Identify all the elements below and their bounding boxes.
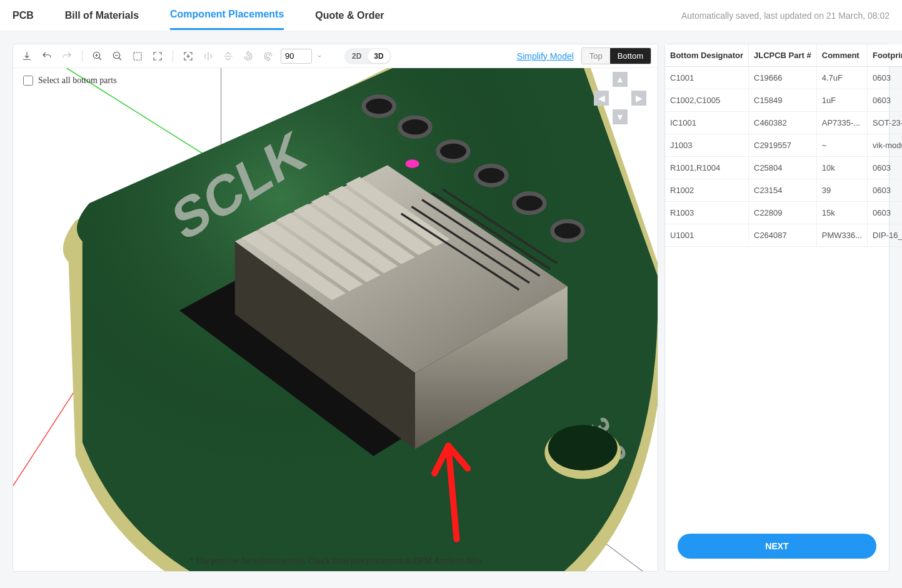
- tabs-nav: PCB Bill of Materials Component Placemen…: [13, 0, 681, 31]
- side-top[interactable]: Top: [582, 48, 610, 64]
- table-cell: vik-modu...: [868, 134, 902, 157]
- svg-point-12: [438, 142, 469, 161]
- flip-h-icon[interactable]: [201, 49, 216, 64]
- th-footprint[interactable]: Footprint: [868, 44, 902, 67]
- zoom-in-icon[interactable]: [90, 49, 105, 64]
- table-row[interactable]: J1003C2919557~vik-modu...: [665, 134, 902, 157]
- rotation-input[interactable]: [281, 49, 312, 64]
- tab-pcb[interactable]: PCB: [13, 2, 34, 29]
- th-designator[interactable]: Bottom Designator: [665, 44, 749, 67]
- table-row[interactable]: R1001,R1004C2580410k0603: [665, 157, 902, 179]
- view-mode-toggle: 2D 3D: [344, 48, 391, 64]
- tab-bom[interactable]: Bill of Materials: [65, 2, 139, 29]
- table-cell: R1002: [665, 179, 749, 202]
- table-cell: SOT-23-5...: [868, 112, 902, 134]
- zoom-selection-icon[interactable]: [130, 49, 145, 64]
- tab-quote[interactable]: Quote & Order: [315, 2, 384, 29]
- table-cell: 39: [816, 179, 867, 202]
- table-cell: 10k: [816, 157, 867, 179]
- viewer-footnote: * The preview for reference only. Check …: [13, 556, 658, 566]
- svg-point-11: [400, 117, 431, 137]
- select-all-checkbox[interactable]: [23, 76, 33, 86]
- table-cell: C460382: [749, 112, 817, 134]
- th-comment[interactable]: Comment: [816, 44, 867, 67]
- table-cell: 0603: [868, 202, 902, 224]
- nav-arrows: ▲ ◀ ▶ ▼: [594, 72, 646, 124]
- table-cell: U1001: [665, 224, 749, 247]
- table-cell: 15k: [816, 202, 867, 224]
- svg-point-17: [548, 425, 618, 471]
- nav-down-icon[interactable]: ▼: [613, 109, 628, 124]
- flip-v-icon[interactable]: [221, 49, 236, 64]
- svg-point-15: [552, 221, 583, 241]
- rotate-left-icon[interactable]: [241, 49, 256, 64]
- align-icon[interactable]: [181, 49, 196, 64]
- table-cell: J1003: [665, 134, 749, 157]
- side-toggle: Top Bottom: [581, 47, 651, 64]
- table-cell: C2919557: [749, 134, 817, 157]
- table-cell: IC1001: [665, 112, 749, 134]
- svg-point-14: [514, 194, 545, 213]
- simplify-model-link[interactable]: Simplify Model: [517, 51, 574, 61]
- svg-point-13: [476, 166, 507, 185]
- table-row[interactable]: R1002C23154390603: [665, 179, 902, 202]
- viewer-toolbar: 2D 3D Simplify Model Top Bottom: [13, 44, 658, 68]
- nav-up-icon[interactable]: ▲: [613, 72, 628, 87]
- table-row[interactable]: U1001C264087PMW336...DIP-16_...: [665, 224, 902, 247]
- view-2d[interactable]: 2D: [346, 49, 368, 63]
- save-status: Automatically saved, last updated on 21 …: [681, 11, 889, 21]
- table-row[interactable]: C1001C196664.7uF0603: [665, 67, 902, 89]
- th-part[interactable]: JLCPCB Part #: [749, 44, 817, 67]
- table-cell: C15849: [749, 89, 817, 112]
- svg-point-18: [405, 159, 419, 167]
- pcb-3d-render: SCLK 3v3: [13, 68, 658, 571]
- table-cell: R1003: [665, 202, 749, 224]
- select-all-parts[interactable]: Select all bottom parts: [23, 76, 117, 86]
- table-cell: 0603: [868, 67, 902, 89]
- tab-bar: PCB Bill of Materials Component Placemen…: [0, 0, 902, 31]
- redo-icon[interactable]: [59, 49, 74, 64]
- side-bottom[interactable]: Bottom: [610, 48, 651, 64]
- table-cell: AP7335-...: [816, 112, 867, 134]
- table-cell: C1002,C1005: [665, 89, 749, 112]
- download-icon[interactable]: [19, 49, 34, 64]
- nav-left-icon[interactable]: ◀: [594, 91, 609, 106]
- undo-icon[interactable]: [39, 49, 54, 64]
- view-3d[interactable]: 3D: [368, 49, 389, 63]
- table-cell: 0603: [868, 157, 902, 179]
- zoom-fit-icon[interactable]: [150, 49, 165, 64]
- rotation-dropdown-icon[interactable]: [312, 49, 327, 64]
- table-cell: C23154: [749, 179, 817, 202]
- table-row[interactable]: R1003C2280915k0603: [665, 202, 902, 224]
- zoom-out-icon[interactable]: [110, 49, 125, 64]
- table-cell: C1001: [665, 67, 749, 89]
- table-cell: 1uF: [816, 89, 867, 112]
- viewer-3d-canvas[interactable]: Select all bottom parts ▲ ◀ ▶ ▼: [13, 68, 658, 571]
- select-all-label: Select all bottom parts: [38, 76, 117, 86]
- viewer-panel: 2D 3D Simplify Model Top Bottom Select a…: [13, 44, 658, 572]
- table-cell: 0603: [868, 179, 902, 202]
- table-cell: 4.7uF: [816, 67, 867, 89]
- table-row[interactable]: IC1001C460382AP7335-...SOT-23-5...: [665, 112, 902, 134]
- divider: [82, 50, 83, 62]
- table-cell: C264087: [749, 224, 817, 247]
- table-cell: R1001,R1004: [665, 157, 749, 179]
- table-cell: ~: [816, 134, 867, 157]
- component-table: Bottom Designator JLCPCB Part # Comment …: [665, 44, 902, 247]
- component-data-panel: Bottom Designator JLCPCB Part # Comment …: [664, 44, 889, 572]
- table-cell: C19666: [749, 67, 817, 89]
- table-cell: 0603: [868, 89, 902, 112]
- table-cell: PMW336...: [816, 224, 867, 247]
- nav-right-icon[interactable]: ▶: [631, 91, 646, 106]
- table-row[interactable]: C1002,C1005C158491uF0603: [665, 89, 902, 112]
- table-cell: C25804: [749, 157, 817, 179]
- next-button[interactable]: NEXT: [678, 534, 876, 559]
- tab-placements[interactable]: Component Placements: [170, 1, 284, 30]
- table-cell: C22809: [749, 202, 817, 224]
- svg-rect-2: [134, 52, 141, 60]
- divider: [173, 50, 173, 62]
- svg-point-10: [364, 96, 394, 116]
- rotate-right-icon[interactable]: [261, 49, 276, 64]
- table-cell: DIP-16_...: [868, 224, 902, 247]
